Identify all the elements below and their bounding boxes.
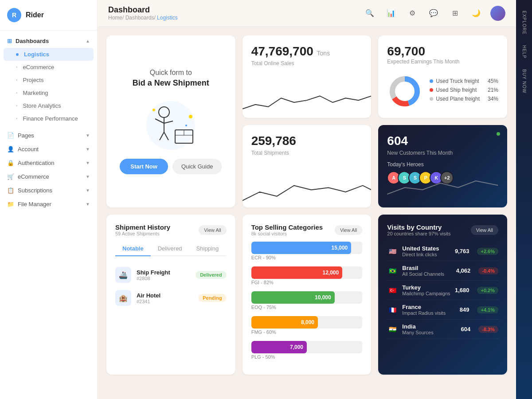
country-item-1: 🇧🇷 Brasil All Social Channels 4,062 -0.4… xyxy=(387,261,498,281)
shipment-icon-2: 🏨 xyxy=(115,290,131,306)
bottom-grid: Shipment History 59 Active Shipments Vie… xyxy=(106,215,507,375)
bar-label-3: FMG - 60% xyxy=(251,329,363,335)
total-shipments-label: Total Shipments xyxy=(251,150,363,156)
search-icon[interactable]: 🔍 xyxy=(363,6,377,20)
sidebar-item-projects[interactable]: Projects xyxy=(0,74,97,86)
sidebar-item-store-analytics[interactable]: Store Analytics xyxy=(0,99,97,112)
shipment-history-card: Shipment History 59 Active Shipments Vie… xyxy=(106,215,235,375)
illustration-svg xyxy=(135,97,206,150)
shipment-item-2: 🏨 Air Hotel #2341 Pending xyxy=(115,286,227,309)
header-actions: 🔍 📊 ⚙ 💬 ⊞ 🌙 xyxy=(363,6,505,21)
shipment-info-1: Ship Freight #2808 xyxy=(137,269,190,281)
visits-subtitle: 20 countries share 97% visits xyxy=(387,231,450,236)
theme-icon[interactable]: 🌙 xyxy=(469,6,483,20)
ship-dot xyxy=(430,88,433,92)
header: Dashboard Home/ Dashboards/ Logistics 🔍 … xyxy=(98,0,516,27)
logo-name: Rider xyxy=(26,11,44,19)
new-customers-label: New Customers This Month xyxy=(387,150,498,156)
sidebar-pages[interactable]: 📄 Pages ▼ xyxy=(0,129,97,142)
legend-plane: Used Plane freight 34% xyxy=(430,96,498,102)
flag-3: 🇫🇷 xyxy=(387,305,398,315)
quick-guide-button[interactable]: Quick Guide xyxy=(172,159,222,174)
total-shipments-number: 259,786 xyxy=(251,134,363,148)
tab-shipping[interactable]: Shipping xyxy=(189,242,226,256)
chevron-down-icon-account: ▼ xyxy=(86,147,90,152)
shipment-id-1: #2808 xyxy=(137,276,190,281)
pages-icon: 📄 xyxy=(7,132,14,139)
plane-dot xyxy=(430,97,433,101)
top-selling-subtitle: 8k social visitors xyxy=(251,231,323,236)
start-now-button[interactable]: Start Now xyxy=(120,159,168,174)
help-btn[interactable]: Help xyxy=(520,42,528,62)
sidebar-account[interactable]: 👤 Account ▼ xyxy=(0,142,97,156)
bar-track-1: 12,000 xyxy=(251,266,363,279)
stats-grid-col2: 47,769,700 Tons Total Online Sales 259,7… xyxy=(243,35,372,207)
content-area: Quick form to Bid a New Shipment xyxy=(98,27,516,399)
flag-4: 🇮🇳 xyxy=(387,324,398,335)
chevron-down-icon-ec: ▼ xyxy=(86,174,90,179)
customers-mini-chart xyxy=(378,176,507,207)
files-icon: 📁 xyxy=(7,201,14,207)
new-customers-card: 604 New Customers This Month Today's Her… xyxy=(378,125,507,207)
country-item-0: 🇺🇸 United States Direct link clicks 9,76… xyxy=(387,242,498,261)
bar-label-0: ECR - 90% xyxy=(251,255,363,260)
legend-truck: Used Truck freight 45% xyxy=(430,78,498,84)
bar-fill-4: 7,000 xyxy=(251,341,307,353)
tab-delivered[interactable]: Delivered xyxy=(151,242,189,256)
visits-view-all[interactable]: View All xyxy=(471,225,498,235)
country-item-4: 🇮🇳 India Many Sources 604 -8.3% xyxy=(387,320,498,339)
shipment-history-view-all[interactable]: View All xyxy=(199,225,226,235)
user-avatar[interactable] xyxy=(490,6,505,21)
account-icon: 👤 xyxy=(7,146,14,153)
top-selling-view-all[interactable]: View All xyxy=(335,225,362,235)
sales-chart-svg xyxy=(243,87,372,118)
legend-ship: Used Ship freight 21% xyxy=(430,87,498,93)
total-shipments-card: 259,786 Total Shipments xyxy=(243,125,372,207)
sidebar-authentication[interactable]: 🔒 Authentication ▼ xyxy=(0,156,97,170)
country-item-3: 🇫🇷 France Impact Radius visits 849 +4.1% xyxy=(387,300,498,320)
sidebar-item-logistics[interactable]: Logistics xyxy=(4,48,94,61)
shipment-id-2: #2341 xyxy=(137,299,193,304)
sidebar-item-finance[interactable]: Finance Performance xyxy=(0,112,97,125)
svg-point-12 xyxy=(185,125,187,126)
bar-item-0: 15,000 ECR - 90% xyxy=(251,242,363,260)
earnings-label: Expected Earnings This Month xyxy=(387,59,498,65)
change-badge-4: -8.3% xyxy=(478,326,498,333)
tab-notable[interactable]: Notable xyxy=(115,242,151,256)
donut-container: Used Truck freight 45% Used Ship freight… xyxy=(387,74,498,109)
status-badge-1: Delivered xyxy=(196,271,227,279)
country-info-2: Turkey Mailchimp Campaigns xyxy=(402,284,450,296)
avatar-image xyxy=(490,6,505,21)
breadcrumb: Home/ Dashboards/ Logistics xyxy=(108,15,178,21)
countries-container: 🇺🇸 United States Direct link clicks 9,76… xyxy=(387,242,498,339)
chart-icon[interactable]: 📊 xyxy=(384,6,398,20)
flag-2: 🇹🇷 xyxy=(387,285,398,296)
explore-btn[interactable]: Explore xyxy=(520,7,528,38)
stats-grid-col3: 69,700 Expected Earnings This Month xyxy=(378,35,507,207)
dashboards-section: ⊞ Dashboards ▲ Logistics eCommerce Proje… xyxy=(0,31,97,129)
sidebar-filemanager[interactable]: 📁 File Manager ▼ xyxy=(0,197,97,211)
settings-icon[interactable]: ⚙ xyxy=(405,6,419,20)
buy-now-btn[interactable]: Buy now xyxy=(520,66,528,97)
sidebar-item-ecommerce[interactable]: eCommerce xyxy=(0,61,97,74)
svg-point-11 xyxy=(189,115,192,118)
sidebar-item-marketing[interactable]: Marketing xyxy=(0,86,97,99)
top-selling-title: Top Selling Categories xyxy=(251,223,323,231)
dashboards-label: ⊞ Dashboards xyxy=(7,38,49,44)
shipment-icon-1: 🚢 xyxy=(115,267,131,283)
grid-view-icon[interactable]: ⊞ xyxy=(448,6,462,20)
shipments-chart-svg xyxy=(243,176,372,207)
messages-icon[interactable]: 💬 xyxy=(426,6,441,20)
header-title-area: Dashboard Home/ Dashboards/ Logistics xyxy=(108,5,178,21)
chevron-down-icon: ▼ xyxy=(86,133,90,138)
change-badge-2: +0.2% xyxy=(477,287,498,294)
sidebar-subscriptions[interactable]: 📋 Subscriptions ▼ xyxy=(0,184,97,197)
logo-area[interactable]: R Rider xyxy=(0,0,97,31)
dashboards-header[interactable]: ⊞ Dashboards ▲ xyxy=(0,34,97,48)
country-info-4: India Many Sources xyxy=(402,323,456,335)
bar-label-1: FGI - 82% xyxy=(251,280,363,285)
change-badge-0: +2.6% xyxy=(477,248,498,255)
country-item-2: 🇹🇷 Turkey Mailchimp Campaigns 1,680 +0.2… xyxy=(387,281,498,300)
sidebar-ecommerce-top[interactable]: 🛒 eCommerce ▼ xyxy=(0,170,97,184)
breadcrumb-home: Home/ xyxy=(108,15,124,21)
